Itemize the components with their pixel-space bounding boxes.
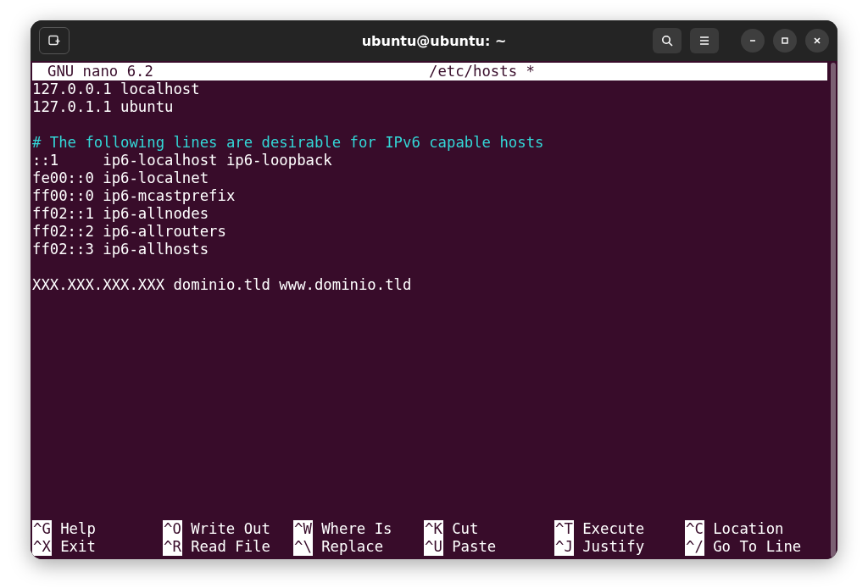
shortcut-key: ^O bbox=[163, 520, 182, 538]
terminal-area[interactable]: GNU nano 6.2 /etc/hosts * 127.0.0.1 loca… bbox=[31, 61, 837, 559]
search-button[interactable] bbox=[653, 28, 682, 53]
shortcut-label: Go To Line bbox=[704, 538, 801, 556]
nano-app-version: GNU nano 6.2 bbox=[32, 63, 153, 80]
shortcut-key: ^T bbox=[554, 520, 574, 538]
svg-point-3 bbox=[663, 36, 670, 43]
shortcut-label: Write Out bbox=[182, 520, 270, 538]
shortcut-key: ^/ bbox=[685, 538, 704, 556]
minimize-button[interactable] bbox=[741, 29, 765, 53]
editor-body[interactable]: 127.0.0.1 localhost127.0.1.1 ubuntu # Th… bbox=[31, 80, 837, 520]
shortcut-item: ^WWhere Is bbox=[293, 520, 424, 538]
shortcut-label: Cut bbox=[443, 520, 479, 538]
shortcut-label: Paste bbox=[443, 538, 496, 556]
shortcut-item: ^OWrite Out bbox=[163, 520, 293, 538]
maximize-icon bbox=[780, 36, 790, 46]
shortcut-key: ^G bbox=[32, 520, 52, 538]
hamburger-icon bbox=[698, 34, 711, 47]
shortcut-label: Execute bbox=[574, 520, 644, 538]
shortcut-label: Read File bbox=[182, 538, 270, 556]
shortcut-item: ^XExit bbox=[32, 538, 163, 556]
shortcut-label: Where Is bbox=[313, 520, 392, 538]
maximize-button[interactable] bbox=[773, 29, 797, 53]
editor-line: ::1 ip6-localhost ip6-loopback bbox=[32, 152, 836, 169]
menu-button[interactable] bbox=[690, 28, 719, 53]
svg-rect-0 bbox=[49, 36, 58, 45]
shortcut-item: ^KCut bbox=[424, 520, 554, 538]
editor-line: ff02::2 ip6-allrouters bbox=[32, 223, 836, 241]
close-icon bbox=[812, 36, 822, 46]
shortcut-label: Replace bbox=[313, 538, 383, 556]
editor-line bbox=[32, 258, 836, 276]
shortcut-key: ^C bbox=[685, 520, 704, 538]
shortcut-bar: ^GHelp^OWrite Out^WWhere Is^KCut^TExecut… bbox=[31, 520, 837, 559]
titlebar: ubuntu@ubuntu: ~ bbox=[31, 20, 837, 61]
shortcut-label: Exit bbox=[52, 538, 96, 556]
nano-file-title: /etc/hosts * bbox=[429, 63, 535, 80]
editor-line bbox=[32, 116, 836, 134]
editor-line: ff02::3 ip6-allhosts bbox=[32, 241, 836, 258]
shortcut-key: ^U bbox=[424, 538, 443, 556]
shortcut-item: ^JJustify bbox=[554, 538, 685, 556]
editor-line: fe00::0 ip6-localnet bbox=[32, 169, 836, 187]
shortcut-label: Location bbox=[704, 520, 784, 538]
shortcut-item: ^\Replace bbox=[293, 538, 424, 556]
terminal-window: ubuntu@ubuntu: ~ bbox=[31, 20, 837, 559]
editor-line: # The following lines are desirable for … bbox=[32, 134, 836, 152]
shortcut-item: ^CLocation bbox=[685, 520, 815, 538]
shortcut-key: ^X bbox=[32, 538, 52, 556]
shortcut-key: ^W bbox=[293, 520, 313, 538]
shortcut-item: ^/Go To Line bbox=[685, 538, 815, 556]
new-tab-button[interactable] bbox=[39, 27, 70, 54]
search-icon bbox=[660, 34, 674, 47]
close-button[interactable] bbox=[805, 29, 829, 53]
shortcut-key: ^\ bbox=[293, 538, 313, 556]
editor-line: 127.0.0.1 localhost bbox=[32, 80, 836, 98]
shortcut-item: ^GHelp bbox=[32, 520, 163, 538]
shortcut-row-2: ^XExit^RRead File^\Replace^UPaste^JJusti… bbox=[32, 538, 836, 556]
editor-line: ff02::1 ip6-allnodes bbox=[32, 205, 836, 223]
svg-line-4 bbox=[669, 42, 672, 46]
editor-line: 127.0.1.1 ubuntu bbox=[32, 98, 836, 116]
shortcut-key: ^R bbox=[163, 538, 182, 556]
shortcut-label: Help bbox=[52, 520, 96, 538]
shortcut-item: ^TExecute bbox=[554, 520, 685, 538]
shortcut-key: ^J bbox=[554, 538, 574, 556]
shortcut-item: ^RRead File bbox=[163, 538, 293, 556]
shortcut-item: ^UPaste bbox=[424, 538, 554, 556]
minimize-icon bbox=[748, 36, 758, 46]
scrollbar[interactable] bbox=[831, 63, 836, 557]
shortcut-label: Justify bbox=[574, 538, 644, 556]
editor-line: XXX.XXX.XXX.XXX dominio.tld www.dominio.… bbox=[32, 276, 836, 294]
shortcut-key: ^K bbox=[424, 520, 443, 538]
shortcut-row-1: ^GHelp^OWrite Out^WWhere Is^KCut^TExecut… bbox=[32, 520, 836, 538]
editor-line: ff00::0 ip6-mcastprefix bbox=[32, 187, 836, 205]
nano-header: GNU nano 6.2 /etc/hosts * bbox=[32, 63, 827, 80]
svg-rect-9 bbox=[782, 38, 787, 43]
new-tab-icon bbox=[47, 34, 61, 47]
